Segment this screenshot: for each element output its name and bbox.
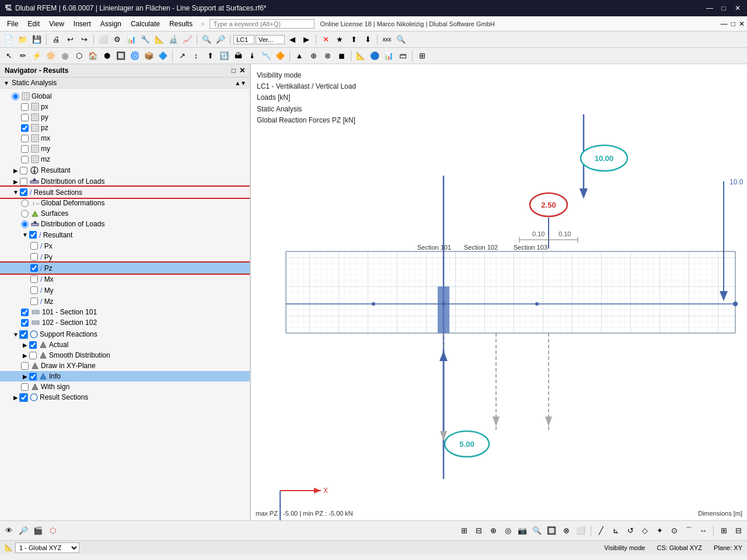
panel-close[interactable]: ✕ xyxy=(739,20,745,28)
tb16[interactable]: xxx xyxy=(381,33,393,46)
cb-dist-loads[interactable] xyxy=(20,178,27,186)
mode-btn-7[interactable]: 🔲 xyxy=(545,524,558,537)
nav-item-Mx[interactable]: / Mx xyxy=(0,274,250,285)
nav-item-px2[interactable]: / Px xyxy=(0,240,250,251)
t2-23[interactable]: ⊗ xyxy=(321,50,334,62)
radio-surfaces[interactable] xyxy=(21,210,29,218)
print-btn[interactable]: 🖨 xyxy=(50,33,62,46)
t2-25[interactable]: 📐 xyxy=(354,50,367,62)
tb17[interactable]: 🔍 xyxy=(395,33,407,46)
tb14[interactable]: ⬆ xyxy=(347,33,360,46)
t2-22[interactable]: ⊕ xyxy=(307,50,320,62)
expand-resultant-2[interactable]: ▼ xyxy=(21,232,29,238)
cb-result-sections[interactable] xyxy=(20,188,27,196)
nav-item-py[interactable]: py xyxy=(0,112,250,123)
expand-info[interactable]: ▶ xyxy=(21,373,29,380)
open-btn[interactable]: 📁 xyxy=(16,33,29,46)
t2-15[interactable]: ⬆ xyxy=(204,50,217,62)
nav-item-global-deform[interactable]: ↕↔ Global Deformations xyxy=(0,198,250,208)
mode-btn-4[interactable]: ◎ xyxy=(501,524,514,537)
cb-py[interactable] xyxy=(21,114,29,121)
panel-minimize[interactable]: — xyxy=(721,20,728,28)
cb-support-reactions[interactable] xyxy=(20,331,27,338)
nav-item-resultant[interactable]: ▶ Resultant xyxy=(0,164,250,176)
nav-item-smooth[interactable]: ▶ Smooth Distribution xyxy=(0,350,250,360)
cb-sec102[interactable] xyxy=(21,319,29,327)
tb9[interactable]: 📈 xyxy=(181,33,194,46)
mode-btn-9[interactable]: ⬜ xyxy=(574,524,587,537)
t2-5[interactable]: ◎ xyxy=(58,50,71,62)
t2-24[interactable]: ◼ xyxy=(335,50,348,62)
nav-item-result-sections-2[interactable]: ▶ Result Sections xyxy=(0,392,250,402)
nav-item-surfaces[interactable]: Surfaces xyxy=(0,208,250,219)
search-input[interactable] xyxy=(210,19,315,29)
mode-btn-1[interactable]: ⊞ xyxy=(458,524,470,537)
expand-result-sections-2[interactable]: ▶ xyxy=(12,394,20,401)
grid-btn-2[interactable]: ⊟ xyxy=(732,524,745,537)
view-btn-3[interactable]: 🎬 xyxy=(32,524,44,537)
nav-item-my[interactable]: my xyxy=(0,144,250,154)
t2-1[interactable]: ↖ xyxy=(2,50,15,62)
radio-global-deform[interactable] xyxy=(21,200,29,207)
expand-dist-loads[interactable]: ▶ xyxy=(12,178,20,185)
nav-item-support-reactions[interactable]: ▼ Support Reactions xyxy=(0,329,250,340)
nav-close-btn[interactable]: ✕ xyxy=(239,66,245,75)
tb12[interactable]: ✕ xyxy=(319,33,332,46)
tb8[interactable]: 🔬 xyxy=(167,33,180,46)
draw-btn-1[interactable]: ╱ xyxy=(595,524,608,537)
menu-assign[interactable]: Assign xyxy=(96,19,126,29)
draw-btn-5[interactable]: ✦ xyxy=(653,524,666,537)
nav-restore-btn[interactable]: □ xyxy=(232,66,236,75)
expand-smooth[interactable]: ▶ xyxy=(21,352,29,359)
tb4[interactable]: ⚙ xyxy=(111,33,124,46)
tb6[interactable]: 🔧 xyxy=(139,33,152,46)
view-btn-1[interactable]: 👁 xyxy=(2,524,15,537)
draw-btn-4[interactable]: ◇ xyxy=(638,524,651,537)
nav-item-global[interactable]: Global xyxy=(0,91,250,102)
static-expand[interactable]: ▼ xyxy=(4,80,9,86)
t2-12[interactable]: 🔷 xyxy=(156,50,169,62)
nav-item-actual[interactable]: ▶ Actual xyxy=(0,340,250,350)
static-controls[interactable]: ▲▼ xyxy=(235,80,246,86)
nav-item-dist-loads[interactable]: ▶ Distribution of Loads xyxy=(0,176,250,187)
ver-input[interactable] xyxy=(256,35,285,44)
nav-item-sec102[interactable]: 102 - Section 102 xyxy=(0,317,250,328)
tb7[interactable]: 📐 xyxy=(153,33,166,46)
menu-edit[interactable]: Edit xyxy=(23,19,44,29)
t2-8[interactable]: ⬢ xyxy=(100,50,113,62)
new-btn[interactable]: 📄 xyxy=(2,33,15,46)
nav-item-withsign[interactable]: With sign xyxy=(0,382,250,392)
t2-7[interactable]: 🏠 xyxy=(86,50,99,62)
cb-Mx[interactable] xyxy=(30,275,38,283)
cb-sec101[interactable] xyxy=(21,309,29,316)
menu-view[interactable]: View xyxy=(44,19,69,29)
nav-item-sec101[interactable]: 101 - Section 101 xyxy=(0,307,250,317)
cb-My[interactable] xyxy=(30,286,38,294)
nav-item-info[interactable]: ▶ Info xyxy=(0,371,250,382)
lc-input[interactable] xyxy=(233,35,254,44)
menu-calculate[interactable]: Calculate xyxy=(126,19,165,29)
expand-resultant[interactable]: ▶ xyxy=(12,167,20,174)
nav-item-px[interactable]: px xyxy=(0,102,250,112)
draw-btn-3[interactable]: ↺ xyxy=(624,524,637,537)
t2-3[interactable]: ⚡ xyxy=(30,50,43,62)
t2-11[interactable]: 📦 xyxy=(142,50,155,62)
view-btn-2[interactable]: 🔎 xyxy=(17,524,30,537)
cb-actual[interactable] xyxy=(29,341,37,349)
canvas[interactable]: Section 101 Section 102 Section 103 10.0… xyxy=(251,64,747,520)
mode-btn-3[interactable]: ⊕ xyxy=(487,524,500,537)
t2-26[interactable]: 🔵 xyxy=(368,50,381,62)
t2-4[interactable]: 🔆 xyxy=(44,50,57,62)
mode-btn-6[interactable]: 🔍 xyxy=(530,524,543,537)
menu-insert[interactable]: Insert xyxy=(69,19,96,29)
tb5[interactable]: 📊 xyxy=(125,33,138,46)
t2-17[interactable]: 🏔 xyxy=(232,50,245,62)
cb-pz2[interactable] xyxy=(30,264,38,272)
t2-14[interactable]: ↕ xyxy=(190,50,203,62)
t2-2[interactable]: ✏ xyxy=(16,50,29,62)
mode-btn-2[interactable]: ⊟ xyxy=(472,524,485,537)
radio-global[interactable] xyxy=(12,93,19,100)
tb13[interactable]: ★ xyxy=(333,33,346,46)
undo-btn[interactable]: ↩ xyxy=(64,33,76,46)
coordinate-select[interactable]: 1 - Global XYZ xyxy=(15,542,79,553)
